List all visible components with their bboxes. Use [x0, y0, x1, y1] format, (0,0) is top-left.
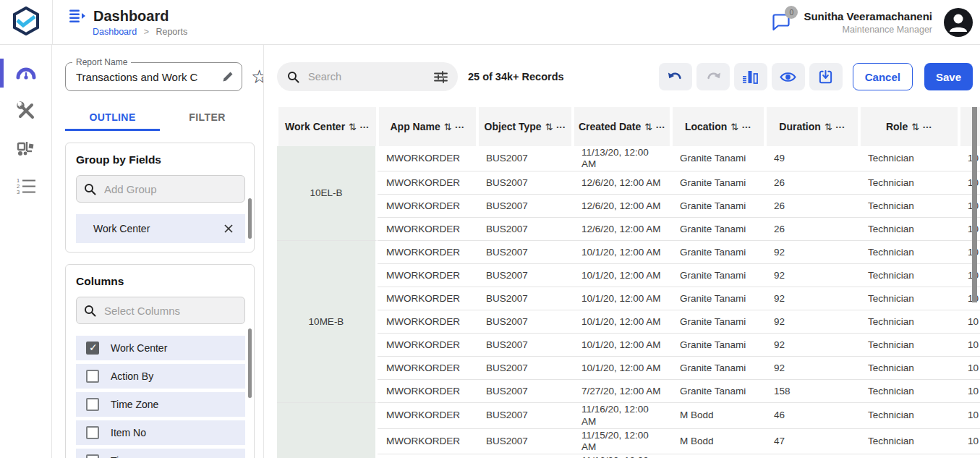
groupby-scrollbar[interactable] [248, 198, 252, 239]
column-header[interactable]: Duration⇅••• [765, 107, 859, 146]
report-name-input[interactable] [74, 70, 221, 84]
cell-created-date: 11/16/20, 12:00 AM [573, 403, 671, 428]
sort-icon[interactable]: ⇅ [911, 122, 919, 132]
column-option[interactable]: Item No [76, 420, 245, 445]
records-table: Work Center⇅•••App Name⇅•••Object Type⇅•… [277, 107, 980, 458]
column-header[interactable]: Work Center⇅••• [277, 107, 378, 146]
redo-button[interactable] [696, 63, 730, 90]
sidebar-item-dashboard[interactable] [0, 58, 51, 88]
download-icon [818, 69, 833, 85]
table-row[interactable]: MWORKORDERBUS200712/6/20, 12:00 AMGranit… [277, 195, 980, 218]
cell-location: Granite Tanami [671, 380, 765, 403]
table-row[interactable]: MWORKORDERBUS200710/1/20, 12:00 AMGranit… [277, 287, 980, 310]
cell-object-type: BUS2007 [477, 264, 573, 287]
table-row[interactable]: 11/16/20, 12:00 AM [277, 454, 980, 458]
column-menu-icon[interactable]: ••• [656, 124, 665, 130]
column-header[interactable]: Created Date⇅••• [573, 107, 671, 146]
column-header[interactable]: Location⇅••• [671, 107, 765, 146]
remove-group-icon[interactable] [223, 224, 234, 234]
save-button[interactable]: Save [924, 63, 973, 90]
page-title: Dashboard [93, 8, 169, 25]
undo-button[interactable] [659, 63, 692, 90]
breadcrumb-separator: > [144, 27, 149, 37]
column-header-label: Created Date [579, 121, 641, 132]
column-menu-icon[interactable]: ••• [742, 124, 751, 130]
checkbox[interactable] [86, 342, 99, 355]
report-name-field[interactable]: Report Name [65, 62, 242, 91]
avatar[interactable] [944, 8, 973, 37]
cell-location [671, 454, 765, 458]
column-option[interactable]: Time Zone [76, 392, 245, 417]
table-row[interactable]: MWORKORDERBUS200710/1/20, 12:00 AMGranit… [277, 310, 980, 334]
cell-role: Technician [859, 357, 959, 380]
sort-icon[interactable]: ⇅ [349, 122, 357, 132]
work-center-group-cell [277, 403, 378, 458]
breadcrumb-dashboard-link[interactable]: Dashboard [93, 27, 137, 37]
drawer-toggle-icon[interactable] [69, 9, 86, 23]
table-row[interactable]: MWORKORDERBUS200710/1/20, 12:00 AMGranit… [277, 334, 980, 357]
table-row[interactable]: 10EL-BMWORKORDERBUS200711/13/20, 12:00 A… [277, 146, 980, 171]
favorite-star-icon[interactable]: ☆ [251, 67, 264, 86]
checkbox[interactable] [86, 426, 99, 439]
filter-tune-icon[interactable] [434, 71, 448, 83]
download-button[interactable] [809, 63, 843, 90]
table-search-input[interactable] [307, 70, 427, 83]
cell-created-date: 10/1/20, 12:00 AM [573, 241, 671, 264]
column-option[interactable]: Work Center [76, 336, 245, 360]
table-row[interactable]: MWORKORDERBUS200712/6/20, 12:00 AMGranit… [277, 218, 980, 241]
tab-outline[interactable]: OUTLINE [65, 104, 160, 131]
sort-icon[interactable]: ⇅ [545, 122, 553, 132]
select-columns-input[interactable] [103, 304, 237, 318]
sidebar-item-tools[interactable] [0, 96, 51, 126]
preview-button[interactable] [772, 63, 805, 90]
sort-icon[interactable]: ⇅ [444, 122, 452, 132]
table-row[interactable]: 10ME-BMWORKORDERBUS200710/1/20, 12:00 AM… [277, 241, 980, 264]
checkbox[interactable] [86, 370, 99, 383]
column-menu-icon[interactable]: ••• [360, 124, 370, 130]
table-row[interactable]: MWORKORDERBUS200710/1/20, 12:00 AMGranit… [277, 357, 980, 380]
table-scrollbar[interactable] [972, 107, 977, 302]
group-chip[interactable]: Work Center [76, 214, 245, 243]
add-group-searchbox[interactable] [76, 175, 245, 203]
sort-icon[interactable]: ⇅ [644, 122, 652, 132]
column-menu-icon[interactable]: ••• [836, 124, 845, 130]
cell-location: M Bodd [671, 429, 765, 454]
column-option[interactable]: Action By [76, 364, 245, 389]
add-group-input[interactable] [103, 182, 237, 196]
chat-button[interactable]: 0 [772, 13, 792, 32]
sort-icon[interactable]: ⇅ [730, 122, 738, 132]
columns-scrollbar[interactable] [248, 328, 252, 398]
checkbox[interactable] [86, 454, 99, 458]
app-logo[interactable] [0, 7, 52, 38]
table-searchbox[interactable] [277, 62, 458, 91]
sidebar-item-forklift[interactable] [0, 133, 51, 164]
column-menu-icon[interactable]: ••• [923, 124, 932, 130]
table-row[interactable]: MWORKORDERBUS200711/15/20, 12:00 AMM Bod… [277, 429, 980, 454]
chart-view-button[interactable] [734, 63, 767, 90]
tab-filter[interactable]: FILTER [160, 104, 255, 131]
column-header[interactable]: Object Type⇅••• [477, 107, 573, 146]
select-columns-searchbox[interactable] [76, 297, 245, 324]
sort-icon[interactable]: ⇅ [825, 122, 832, 132]
table-row[interactable]: MWORKORDERBUS200710/1/20, 12:00 AMGranit… [277, 264, 980, 287]
column-option[interactable]: Time [76, 449, 245, 458]
icon-sidebar: 1 2 3 [0, 45, 52, 458]
cell-app-name: MWORKORDER [378, 146, 477, 171]
column-menu-icon[interactable]: ••• [557, 124, 566, 130]
user-role: Maintenance Manager [804, 25, 932, 35]
table-row[interactable]: MWORKORDERBUS20077/27/20, 12:00 AMGranit… [277, 380, 980, 403]
table-row[interactable]: MWORKORDERBUS200711/16/20, 12:00 AMM Bod… [277, 403, 980, 428]
edit-pencil-icon[interactable] [221, 70, 234, 83]
column-header[interactable]: Role⇅••• [859, 107, 959, 146]
cancel-button[interactable]: Cancel [853, 63, 913, 90]
cell-role: Technician [859, 171, 959, 195]
checkbox[interactable] [86, 398, 99, 411]
cell-duration: 92 [765, 241, 859, 264]
forklift-icon [16, 139, 36, 158]
table-row[interactable]: MWORKORDERBUS200712/6/20, 12:00 AMGranit… [277, 171, 980, 195]
column-header[interactable]: App Name⇅••• [378, 107, 477, 146]
column-menu-icon[interactable]: ••• [456, 124, 465, 130]
table-toolbar: 25 of 34k+ Records [264, 45, 980, 107]
cell-location: Granite Tanami [671, 264, 765, 287]
sidebar-item-ordered-list[interactable]: 1 2 3 [0, 171, 51, 201]
